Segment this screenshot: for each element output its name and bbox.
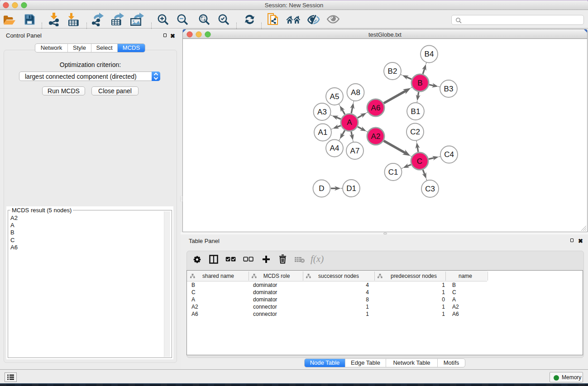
svg-text:C: C — [417, 157, 422, 166]
svg-text:A4: A4 — [330, 144, 339, 152]
svg-text:A5: A5 — [330, 92, 339, 101]
svg-text:A6: A6 — [371, 104, 381, 112]
svg-text:C3: C3 — [425, 185, 435, 193]
svg-text:A7: A7 — [350, 147, 360, 155]
svg-text:A3: A3 — [317, 108, 327, 116]
svg-text:A: A — [347, 118, 352, 127]
svg-text:B2: B2 — [388, 67, 397, 76]
svg-text:D: D — [319, 184, 324, 193]
svg-text:A2: A2 — [371, 132, 381, 141]
svg-text:B1: B1 — [411, 107, 421, 116]
svg-text:B3: B3 — [444, 85, 454, 93]
svg-text:C4: C4 — [444, 150, 454, 159]
svg-text:A8: A8 — [351, 88, 360, 97]
svg-text:B4: B4 — [425, 50, 434, 58]
svg-text:C1: C1 — [388, 168, 398, 176]
svg-text:A1: A1 — [318, 128, 328, 137]
svg-text:C2: C2 — [410, 128, 420, 136]
svg-text:f(x): f(x) — [311, 253, 324, 264]
svg-text:D1: D1 — [346, 184, 356, 193]
svg-text:B: B — [417, 79, 422, 87]
